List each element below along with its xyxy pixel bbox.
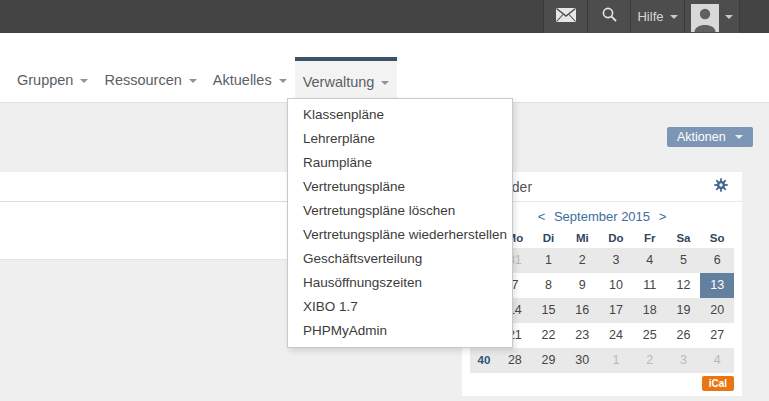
dow-header: Do xyxy=(599,228,633,248)
calendar-day[interactable]: 16 xyxy=(565,298,599,323)
nav-item-aktuelles[interactable]: Aktuelles xyxy=(205,57,295,102)
month-label: September 2015 xyxy=(554,209,650,224)
dropdown-item[interactable]: Geschäftsverteilung xyxy=(288,247,512,271)
main-nav: GruppenRessourcenAktuellesVerwaltung xyxy=(0,33,769,103)
calendar-day[interactable]: 11 xyxy=(633,273,667,298)
nav-item-ressourcen[interactable]: Ressourcen xyxy=(96,57,204,102)
calendar-day[interactable]: 24 xyxy=(599,323,633,348)
aktionen-label: Aktionen xyxy=(677,130,726,144)
calendar-day[interactable]: 19 xyxy=(667,298,701,323)
dropdown-item[interactable]: Vertretungspläne löschen xyxy=(288,199,512,223)
chevron-down-icon xyxy=(80,79,88,83)
chevron-down-icon xyxy=(189,79,197,83)
dow-header: Mi xyxy=(565,228,599,248)
calendar-day[interactable]: 1 xyxy=(599,348,633,373)
dow-header: Di xyxy=(532,228,566,248)
dow-header: Sa xyxy=(667,228,701,248)
calendar-day[interactable]: 10 xyxy=(599,273,633,298)
dropdown-item[interactable]: Lehrerpläne xyxy=(288,127,512,151)
aktionen-button[interactable]: Aktionen xyxy=(667,127,753,147)
dropdown-item[interactable]: Raumpläne xyxy=(288,151,512,175)
help-menu[interactable]: Hilfe xyxy=(630,0,684,33)
verwaltung-dropdown: KlassenpläneLehrerpläneRaumpläneVertretu… xyxy=(287,98,513,348)
dropdown-item[interactable]: Vertretungspläne xyxy=(288,175,512,199)
chevron-down-icon xyxy=(735,135,743,139)
calendar-day-selected[interactable]: 13 xyxy=(700,273,734,298)
calendar-day[interactable]: 8 xyxy=(532,273,566,298)
chevron-down-icon xyxy=(725,15,733,19)
user-menu[interactable] xyxy=(684,0,740,33)
calendar-day[interactable]: 25 xyxy=(633,323,667,348)
calendar-day[interactable]: 1 xyxy=(532,248,566,273)
calendar-day[interactable]: 2 xyxy=(633,348,667,373)
dropdown-item[interactable]: Hausöffnungszeiten xyxy=(288,271,512,295)
nav-item-verwaltung[interactable]: Verwaltung xyxy=(295,57,398,102)
nav-item-label: Aktuelles xyxy=(213,72,272,88)
calendar-day[interactable]: 20 xyxy=(700,298,734,323)
nav-item-label: Gruppen xyxy=(17,72,73,88)
calendar-day[interactable]: 17 xyxy=(599,298,633,323)
nav-item-label: Verwaltung xyxy=(303,74,375,90)
calendar-day[interactable]: 3 xyxy=(667,348,701,373)
calendar-day[interactable]: 28 xyxy=(498,348,532,373)
week-number: 40 xyxy=(470,348,498,373)
dropdown-item[interactable]: Klassenpläne xyxy=(288,103,512,127)
help-label: Hilfe xyxy=(637,9,663,24)
ical-button[interactable]: iCal xyxy=(702,376,734,391)
next-month-button[interactable]: > xyxy=(659,209,667,224)
calendar-day[interactable]: 4 xyxy=(633,248,667,273)
magnifier-icon xyxy=(601,6,618,27)
chevron-down-icon xyxy=(279,79,287,83)
calendar-day[interactable]: 29 xyxy=(532,348,566,373)
nav-items: GruppenRessourcenAktuellesVerwaltung xyxy=(9,57,397,102)
calendar-day[interactable]: 27 xyxy=(700,323,734,348)
envelope-icon xyxy=(556,8,576,26)
calendar-day[interactable]: 18 xyxy=(633,298,667,323)
calendar-day[interactable]: 12 xyxy=(667,273,701,298)
calendar-day[interactable]: 26 xyxy=(667,323,701,348)
calendar-day[interactable]: 4 xyxy=(700,348,734,373)
dropdown-item[interactable]: XIBO 1.7 xyxy=(288,295,512,319)
prev-month-button[interactable]: < xyxy=(538,209,546,224)
nav-item-label: Ressourcen xyxy=(104,72,181,88)
gear-icon[interactable] xyxy=(714,178,728,196)
calendar-day[interactable]: 30 xyxy=(565,348,599,373)
dow-header: Fr xyxy=(633,228,667,248)
dropdown-item[interactable]: Vertretungspläne wiederherstellen xyxy=(288,223,512,247)
chevron-down-icon xyxy=(381,81,389,85)
calendar-day[interactable]: 23 xyxy=(565,323,599,348)
avatar xyxy=(691,4,719,32)
calendar-day[interactable]: 3 xyxy=(599,248,633,273)
calendar-day[interactable]: 15 xyxy=(532,298,566,323)
nav-item-gruppen[interactable]: Gruppen xyxy=(9,57,96,102)
calendar-day[interactable]: 6 xyxy=(700,248,734,273)
calendar-day[interactable]: 2 xyxy=(565,248,599,273)
mail-button[interactable] xyxy=(543,0,587,33)
search-button[interactable] xyxy=(587,0,630,33)
dow-header: So xyxy=(700,228,734,248)
chevron-down-icon xyxy=(670,15,678,19)
top-bar: Hilfe xyxy=(0,0,769,33)
calendar-day[interactable]: 9 xyxy=(565,273,599,298)
calendar-day[interactable]: 5 xyxy=(667,248,701,273)
top-bar-actions: Hilfe xyxy=(543,0,740,33)
dropdown-item[interactable]: PHPMyAdmin xyxy=(288,319,512,343)
calendar-day[interactable]: 22 xyxy=(532,323,566,348)
